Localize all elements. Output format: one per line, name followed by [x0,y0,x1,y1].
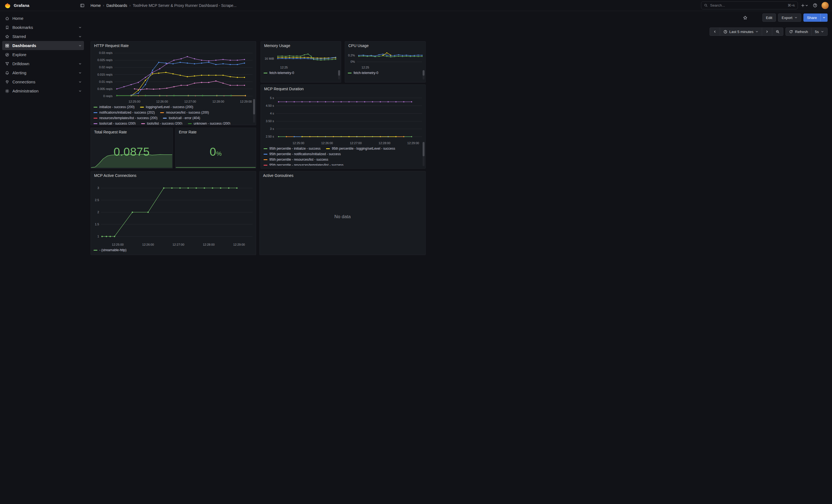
sidebar-item-label: Dashboards [12,43,36,48]
legend-item[interactable]: resources/list - success (200) [160,111,209,114]
chevron-down-icon[interactable] [78,35,82,38]
legend-item[interactable]: 95th percentile - notifications/initiali… [264,152,341,156]
legend-item[interactable]: tools/call - error (404) [163,116,200,120]
sidebar-item-label: Connections [12,80,35,84]
sidebar-item-label: Administration [12,88,38,93]
cpu-usage-chart[interactable]: 0%0.2%12:25 [347,49,424,70]
panel-title[interactable]: MCP Active Connections [91,171,256,179]
svg-text:12:25: 12:25 [362,66,369,69]
panel-title[interactable]: Total Request Rate [91,128,173,136]
svg-text:12:25:00: 12:25:00 [129,100,140,103]
chevron-down-icon[interactable] [78,89,82,93]
bookmark-icon [5,25,9,30]
legend-scrollbar[interactable] [338,70,340,80]
svg-text:12:25:00: 12:25:00 [292,141,304,145]
sidebar-item-home[interactable]: Home [2,14,84,23]
panel-title[interactable]: MCP Request Duration [261,85,425,92]
svg-text:0.2%: 0.2% [348,54,355,57]
chevron-down-icon[interactable] [78,80,82,84]
stat-value: 0% [210,145,222,158]
sidebar-item-bookmarks[interactable]: Bookmarks [2,23,84,32]
panel-title[interactable]: CPU Usage [345,42,425,49]
legend-row: tools/call - success (200)tools/list - s… [91,121,256,125]
legend-series-label: tools/call - error (404) [168,116,200,120]
panel-title[interactable]: Memory Usage [261,42,341,49]
legend-series-marker [264,165,267,166]
memory-usage-chart[interactable]: 16 MiB12:25 [262,49,339,70]
svg-text:0.01 req/s: 0.01 req/s [99,80,112,83]
legend-series-marker [160,112,164,113]
panel-active-goroutines: Active Goroutines No data [259,171,426,255]
legend-item[interactable]: 95th percentile - resources/templates/li… [264,163,343,166]
legend-scrollbar[interactable] [423,142,424,166]
bell-icon [5,71,9,75]
legend-item[interactable]: resources/templates/list - success (200) [94,116,157,120]
gear-icon [5,89,9,93]
sidebar-item-alerting[interactable]: Alerting [2,68,84,77]
legend-item[interactable]: notifications/initialized - success (202… [94,111,155,114]
legend-series-label: unknown - success (200) [194,122,230,125]
sidebar-item-dashboards[interactable]: Dashboards [2,41,84,50]
svg-text:3 s: 3 s [270,127,274,130]
legend-item[interactable]: logging/setLevel - success (200) [140,105,193,109]
sidebar-item-starred[interactable]: Starred [2,32,84,41]
mcp-active-connections-chart[interactable]: 11.522.5312:25:0012:26:0012:27:0012:28:0… [93,179,254,247]
legend-item[interactable]: - (streamable-http) [94,248,127,252]
legend-series-label: 95th percentile - initialize - success [269,147,320,151]
stat-wrapper: 0% [176,135,256,168]
breadcrumb-dashboards[interactable]: Dashboards [106,3,127,8]
legend-row: 95th percentile - initialize - success95… [261,146,425,151]
grafana-logo-icon[interactable] [4,2,11,9]
chevron-down-icon[interactable] [78,71,82,75]
sidebar-item-administration[interactable]: Administration [2,86,84,96]
legend-series-marker [348,73,352,74]
panel-title[interactable]: Active Goroutines [260,171,425,179]
drilldown-icon [5,62,9,66]
svg-text:12:28:00: 12:28:00 [379,141,390,145]
legend-series-label: notifications/initialized - success (202… [99,111,155,114]
svg-text:0.03 req/s: 0.03 req/s [99,51,112,54]
svg-text:3.50 s: 3.50 s [266,120,274,123]
legend-row: 95th percentile - notifications/initiali… [261,151,425,157]
mcp-request-duration-chart[interactable]: 2.50 s3 s3.50 s4 s4.50 s5 s12:25:0012:26… [262,92,424,145]
svg-text:12:29:00: 12:29:00 [407,141,419,145]
svg-text:0.005 req/s: 0.005 req/s [97,87,113,90]
legend-series-marker [94,250,97,250]
legend-series-marker [326,148,330,149]
sidebar-item-connections[interactable]: Connections [2,77,84,86]
legend-item[interactable]: tools/call - success (200) [94,122,136,125]
panel-title[interactable]: HTTP Request Rate [91,42,256,49]
legend-scrollbar[interactable] [423,70,424,80]
legend-series-label: resources/list - success (200) [166,111,209,114]
dock-sidebar-icon[interactable] [78,2,86,9]
legend-row: 95th percentile - resources/templates/li… [261,162,425,166]
legend-item[interactable]: unknown - success (200) [188,122,230,125]
panel-cpu-usage: CPU Usage 0%0.2%12:25 fetch-telemetry-0 [345,41,426,82]
breadcrumb-home[interactable]: Home [90,3,101,8]
legend-item[interactable]: tools/list - success (200) [141,122,182,125]
http-request-rate-chart[interactable]: 0 req/s0.005 req/s0.01 req/s0.015 req/s0… [93,49,254,104]
panel-title[interactable]: Error Rate [176,128,256,136]
stat-value: 0.0875 [114,145,150,158]
sidebar: Home Bookmarks Starred Dashboards Explor… [0,11,86,261]
legend-item[interactable]: 95th percentile - resources/list - succe… [264,158,328,161]
legend-series-label: logging/setLevel - success (200) [146,105,193,109]
chart-legend: initialize - success (200)logging/setLev… [91,104,256,125]
sidebar-item-drilldown[interactable]: Drilldown [2,59,84,68]
legend-item[interactable]: fetch-telemetry-0 [348,71,378,75]
legend-item[interactable]: initialize - success (200) [94,105,134,109]
legend-scrollbar[interactable] [253,99,255,123]
chart-legend: fetch-telemetry-0 [261,70,341,81]
svg-text:12:27:00: 12:27:00 [173,243,184,246]
sidebar-item-explore[interactable]: Explore [2,50,84,59]
legend-item[interactable]: 95th percentile - logging/setLevel - suc… [326,147,395,151]
legend-series-marker [94,118,97,118]
sidebar-item-label: Home [12,16,23,21]
legend-series-marker [188,123,192,124]
chevron-down-icon[interactable] [78,26,82,29]
legend-item[interactable]: fetch-telemetry-0 [264,71,294,75]
legend-series-label: 95th percentile - resources/templates/li… [269,163,343,166]
legend-item[interactable]: 95th percentile - initialize - success [264,147,320,151]
chevron-down-icon[interactable] [78,62,82,65]
chevron-down-icon[interactable] [78,44,82,47]
